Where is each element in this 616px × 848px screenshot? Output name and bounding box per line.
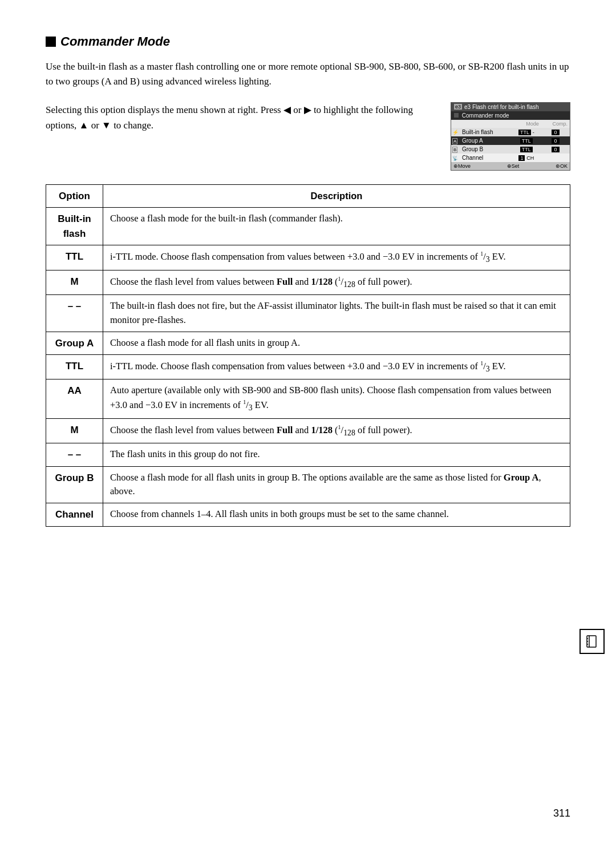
table-header-row: Option Description bbox=[46, 184, 570, 208]
table-row: Built-inflash Choose a flash mode for th… bbox=[46, 208, 570, 245]
table-row: M Choose the flash level from values bet… bbox=[46, 270, 570, 294]
middle-text-part3: to change. bbox=[111, 120, 153, 131]
title-text: Commander Mode bbox=[60, 34, 170, 49]
menu-title-bar: e3 e3 Flash cntrl for built-in flash bbox=[451, 103, 570, 111]
menu-commander-mode: Commander mode bbox=[462, 112, 509, 119]
option-aa: AA bbox=[46, 379, 103, 418]
table-row: M Choose the flash level from values bet… bbox=[46, 418, 570, 443]
page-number: 311 bbox=[553, 807, 570, 819]
builtin-mode: TTL bbox=[518, 130, 531, 135]
options-table: Option Description Built-inflash Choose … bbox=[46, 184, 570, 527]
desc-dash-groupa: The flash units in this group do not fir… bbox=[103, 443, 570, 467]
or1: or bbox=[291, 104, 304, 115]
arrow-left: ◀ bbox=[283, 104, 291, 115]
option-m-groupa: M bbox=[46, 418, 103, 443]
desc-dash-builtin: The built-in flash does not fire, but th… bbox=[103, 295, 570, 332]
desc-group-a: Choose a flash mode for all flash units … bbox=[103, 332, 570, 355]
menu-sub-header: Commander mode bbox=[451, 111, 570, 120]
option-builtin-flash: Built-inflash bbox=[46, 208, 103, 245]
header-description: Description bbox=[103, 184, 570, 208]
camera-menu-screenshot: e3 e3 Flash cntrl for built-in flash Com… bbox=[451, 102, 570, 171]
menu-title-text: e3 Flash cntrl for built-in flash bbox=[464, 104, 539, 110]
desc-group-b: Choose a flash mode for all flash units … bbox=[103, 466, 570, 503]
table-row: AA Auto aperture (available only with SB… bbox=[46, 379, 570, 418]
menu-row-groupB: B Group B TTL 0 bbox=[451, 145, 570, 154]
menu-move: ⊕Move bbox=[453, 163, 471, 169]
desc-channel: Choose from channels 1–4. All flash unit… bbox=[103, 503, 570, 527]
middle-text-block: Selecting this option displays the menu … bbox=[46, 102, 451, 133]
middle-text-part1: Selecting this option displays the menu … bbox=[46, 104, 283, 115]
groupB-comp: 0 bbox=[552, 147, 560, 152]
channel-val: 1 bbox=[518, 155, 525, 161]
menu-col-headers: Mode Comp. bbox=[451, 120, 570, 128]
desc-m-builtin: Choose the flash level from values betwe… bbox=[103, 270, 570, 294]
header-option: Option bbox=[46, 184, 103, 208]
table-row: Group B Choose a flash mode for all flas… bbox=[46, 466, 570, 503]
menu-inner-table: Mode Comp. ⚡ Built-in flash TTL - 0 A bbox=[451, 120, 570, 162]
menu-set: ⊕Set bbox=[507, 163, 520, 169]
option-dash-groupa: – – bbox=[46, 443, 103, 467]
option-group-a: Group A bbox=[46, 332, 103, 355]
table-row: Channel Choose from channels 1–4. All fl… bbox=[46, 503, 570, 527]
menu-row-channel: 📡 Channel 1 CH bbox=[451, 154, 570, 162]
table-row: – – The built-in flash does not fire, bu… bbox=[46, 295, 570, 332]
menu-ok: ⊛OK bbox=[556, 163, 568, 169]
menu-e3-icon: e3 bbox=[454, 104, 462, 110]
table-row: TTL i-TTL mode. Choose flash compensatio… bbox=[46, 245, 570, 270]
option-ttl-groupa: TTL bbox=[46, 355, 103, 379]
section-title: Commander Mode bbox=[46, 34, 570, 49]
or2: or bbox=[88, 120, 102, 131]
option-dash-builtin: – – bbox=[46, 295, 103, 332]
desc-ttl-groupa: i-TTL mode. Choose flash compensation fr… bbox=[103, 355, 570, 379]
menu-row-groupA: A Group A TTL 0 bbox=[451, 136, 570, 145]
commander-mode-icon bbox=[46, 37, 56, 47]
menu-row-builtin: ⚡ Built-in flash TTL - 0 bbox=[451, 128, 570, 136]
col-mode-header: Mode bbox=[512, 120, 541, 128]
menu-footer: ⊕Move ⊕Set ⊛OK bbox=[451, 162, 570, 170]
col-comp-header: Comp. bbox=[541, 120, 570, 128]
option-m-builtin: M bbox=[46, 270, 103, 294]
table-row: Group A Choose a flash mode for all flas… bbox=[46, 332, 570, 355]
notebook-icon bbox=[579, 629, 605, 654]
builtin-comp: 0 bbox=[552, 130, 560, 135]
option-group-b: Group B bbox=[46, 466, 103, 503]
groupA-mode: TTL bbox=[520, 138, 533, 144]
arrow-up: ▲ bbox=[79, 120, 89, 131]
groupB-mode: TTL bbox=[520, 147, 533, 152]
table-row: – – The flash units in this group do not… bbox=[46, 443, 570, 467]
option-channel: Channel bbox=[46, 503, 103, 527]
option-ttl-builtin: TTL bbox=[46, 245, 103, 270]
desc-aa: Auto aperture (available only with SB-90… bbox=[103, 379, 570, 418]
svg-rect-0 bbox=[587, 636, 596, 647]
arrow-down: ▼ bbox=[102, 120, 111, 131]
desc-builtin-flash: Choose a flash mode for the built-in fla… bbox=[103, 208, 570, 245]
intro-paragraph: Use the built-in flash as a master flash… bbox=[46, 59, 570, 90]
desc-ttl-builtin: i-TTL mode. Choose flash compensation fr… bbox=[103, 245, 570, 270]
groupA-comp: 0 bbox=[552, 138, 560, 144]
middle-section: Selecting this option displays the menu … bbox=[46, 102, 570, 171]
arrow-right: ▶ bbox=[304, 104, 311, 115]
table-row: TTL i-TTL mode. Choose flash compensatio… bbox=[46, 355, 570, 379]
desc-m-groupa: Choose the flash level from values betwe… bbox=[103, 418, 570, 443]
